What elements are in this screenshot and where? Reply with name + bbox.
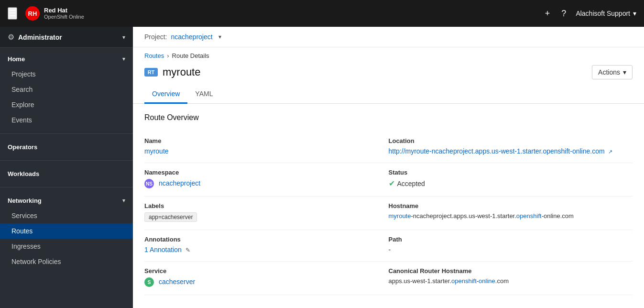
breadcrumb: Routes › Route Details [133, 47, 644, 59]
canonical-hostname-value: apps.us-west-1.starter.openshift-online.… [389, 277, 633, 285]
name-value: myroute [144, 147, 370, 155]
admin-gear-icon: ⚙ [8, 33, 14, 42]
labels-label: Labels [144, 202, 370, 209]
service-badge: S [144, 277, 154, 287]
navbar: ☰ RH Red Hat OpenShift Online + ? Alachi… [0, 0, 644, 27]
breadcrumb-routes-link[interactable]: Routes [144, 52, 164, 59]
service-link[interactable]: cacheserver [159, 278, 195, 286]
namespace-link[interactable]: ncacheproject [159, 179, 200, 187]
admin-chevron-icon: ▾ [122, 34, 125, 41]
sidebar-workloads-header[interactable]: Workloads [0, 166, 133, 181]
sidebar-operators-label: Operators [8, 143, 37, 151]
status-check-icon: ✔ [389, 179, 395, 188]
home-chevron-icon: ▾ [122, 56, 125, 62]
sidebar-item-services[interactable]: Services [0, 208, 133, 223]
sidebar-home-label: Home [8, 55, 25, 63]
field-hostname: Hostname myroute-ncacheproject.apps.us-w… [389, 197, 633, 230]
namespace-badge: NS [144, 179, 154, 188]
namespace-value: NS ncacheproject [144, 179, 370, 188]
sidebar-admin-switcher[interactable]: ⚙ Administrator ▾ [0, 27, 133, 48]
location-label: Location [389, 137, 633, 144]
location-value: http://myroute-ncacheproject.apps.us-wes… [389, 147, 633, 155]
svg-text:RH: RH [28, 10, 37, 17]
user-name: Alachisoft Support [576, 10, 630, 17]
user-chevron-icon: ▾ [633, 10, 636, 17]
overview-section-title: Route Overview [144, 113, 633, 122]
brand-line1: Red Hat [44, 7, 84, 14]
label-tag[interactable]: app=cacheserver [144, 212, 197, 222]
name-link[interactable]: myroute [144, 147, 169, 155]
sidebar-item-projects[interactable]: Projects [0, 66, 133, 82]
sidebar-workloads-label: Workloads [8, 170, 39, 177]
path-value: - [389, 246, 633, 253]
annotations-value: 1 Annotation ✎ [144, 246, 370, 253]
annotations-link[interactable]: 1 Annotation [144, 246, 182, 253]
actions-button[interactable]: Actions ▾ [592, 65, 633, 79]
service-label: Service [144, 267, 370, 275]
location-link[interactable]: http://myroute-ncacheproject.apps.us-wes… [389, 147, 605, 155]
sidebar-item-events[interactable]: Events [0, 112, 133, 128]
sidebar-home-section: Home ▾ Projects Search Explore Events [0, 48, 133, 132]
sidebar-item-routes[interactable]: Routes [0, 223, 133, 239]
status-value: ✔ Accepted [389, 179, 633, 188]
sidebar-networking-header[interactable]: Networking ▾ [0, 193, 133, 208]
field-annotations: Annotations 1 Annotation ✎ [144, 230, 389, 262]
project-dropdown-button[interactable]: ▾ [217, 33, 223, 41]
sidebar-item-search[interactable]: Search [0, 82, 133, 97]
breadcrumb-separator: › [167, 52, 169, 59]
page-header: RT myroute Actions ▾ [133, 59, 644, 79]
canonical-hostname-highlight: openshift [451, 277, 477, 285]
project-label: Project: [144, 33, 167, 41]
route-badge: RT [144, 68, 158, 77]
sidebar-networking-section: Networking ▾ Services Routes Ingresses N… [0, 189, 133, 273]
sidebar-workloads-section: Workloads [0, 163, 133, 185]
tab-yaml[interactable]: YAML [187, 85, 220, 104]
project-name[interactable]: ncacheproject [171, 33, 212, 41]
name-label: Name [144, 137, 370, 144]
sidebar-divider-3 [0, 187, 133, 187]
status-label: Status [389, 169, 633, 176]
canonical-hostname-plain-3: .com [495, 277, 509, 285]
canonical-hostname-highlight-online: online [479, 277, 495, 285]
field-status: Status ✔ Accepted [389, 163, 633, 197]
help-button[interactable]: ? [559, 7, 568, 21]
brand-text: Red Hat OpenShift Online [44, 7, 84, 21]
sidebar-operators-header[interactable]: Operators [0, 140, 133, 154]
tab-overview[interactable]: Overview [144, 85, 187, 104]
breadcrumb-current: Route Details [172, 52, 209, 59]
hamburger-menu-button[interactable]: ☰ [8, 7, 17, 20]
networking-chevron-icon: ▾ [122, 198, 125, 204]
hostname-highlight-myroute: myroute [389, 212, 411, 220]
project-bar: Project: ncacheproject ▾ [133, 27, 644, 47]
annotations-edit-icon[interactable]: ✎ [186, 247, 190, 253]
field-name: Name myroute [144, 132, 389, 163]
sidebar-home-header[interactable]: Home ▾ [0, 52, 133, 66]
hostname-highlight-openshift: openshift [516, 212, 542, 220]
canonical-hostname-label: Canonical Router Hostname [389, 267, 633, 275]
actions-chevron-icon: ▾ [623, 68, 626, 76]
external-link-icon: ↗ [608, 149, 612, 154]
hostname-label: Hostname [389, 202, 633, 209]
field-canonical-hostname: Canonical Router Hostname apps.us-west-1… [389, 262, 633, 295]
navbar-actions: + ? Alachisoft Support ▾ [543, 7, 636, 21]
sidebar-item-ingresses[interactable]: Ingresses [0, 239, 133, 254]
actions-label: Actions [598, 68, 620, 76]
sidebar-divider-1 [0, 133, 133, 134]
sidebar-item-explore[interactable]: Explore [0, 97, 133, 112]
hostname-value: myroute-ncacheproject.apps.us-west-1.sta… [389, 212, 633, 220]
sidebar-divider-2 [0, 160, 133, 161]
sidebar: ⚙ Administrator ▾ Home ▾ Projects Search… [0, 27, 133, 308]
field-labels: Labels app=cacheserver [144, 197, 389, 230]
annotations-label: Annotations [144, 236, 370, 243]
hostname-plain-1: -ncacheproject.apps.us-west-1.starter. [411, 212, 516, 220]
field-namespace: Namespace NS ncacheproject [144, 163, 389, 197]
main-layout: ⚙ Administrator ▾ Home ▾ Projects Search… [0, 27, 644, 308]
namespace-label: Namespace [144, 169, 370, 176]
hostname-plain-2: -online.com [542, 212, 574, 220]
user-menu[interactable]: Alachisoft Support ▾ [576, 10, 636, 17]
add-button[interactable]: + [543, 7, 552, 21]
sidebar-item-network-policies[interactable]: Network Policies [0, 254, 133, 269]
status-text: Accepted [397, 180, 425, 187]
page-title-area: RT myroute [144, 66, 200, 78]
canonical-hostname-plain: apps.us-west-1.starter. [389, 277, 452, 285]
